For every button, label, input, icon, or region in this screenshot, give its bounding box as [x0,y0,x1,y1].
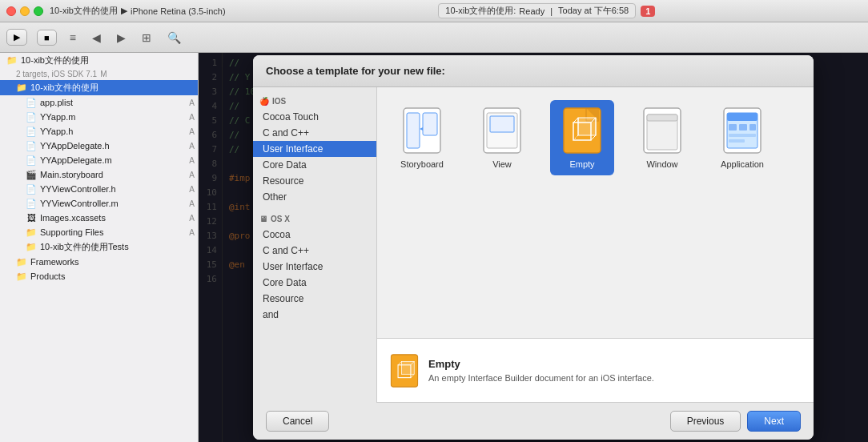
file-icon-view[interactable]: View [470,100,534,175]
desc-icon [390,353,419,388]
previous-button[interactable]: Previous [670,411,741,432]
sidebar-item-tests[interactable]: 📁 10-xib文件的使用Tests [0,239,198,255]
sidebar-item-yyappdelegateh[interactable]: 📄 YYAppDelegate.h A [0,139,198,153]
stop-button[interactable]: ■ [37,30,57,46]
modal-item-osx-resource[interactable]: Resource [253,291,376,307]
toolbar: ▶ ■ ≡ ◀ ▶ ⊞ 🔍 [0,22,868,53]
main-layout: 📁 10-xib文件的使用 2 targets, iOS SDK 7.1 M 📁… [0,53,868,442]
sidebar-item-mainstoryboard[interactable]: 🎬 Main.storyboard A [0,167,198,182]
run-button[interactable]: ▶ [6,29,27,46]
sidebar-project-root[interactable]: 📁 10-xib文件的使用 [0,53,198,68]
storyboard-file-icon [402,106,442,155]
svg-rect-28 [749,124,756,131]
modal-title: Choose a template for your new file: [266,65,801,77]
svg-rect-36 [401,361,414,374]
empty-label: Empty [569,159,594,169]
svg-rect-22 [647,115,677,121]
apple-icon: 🍎 [259,97,269,106]
sidebar-group-label: 10-xib文件的使用 [30,82,195,94]
desc-body: An empty Interface Builder document for … [428,373,801,383]
cancel-button[interactable]: Cancel [266,411,329,432]
h-file-icon: 📄 [26,126,37,137]
empty-file-icon [562,106,602,155]
svg-rect-26 [729,124,737,131]
modal-item-user-interface[interactable]: User Interface [253,141,376,157]
svg-rect-29 [729,134,756,137]
storyboard-icon: 🎬 [26,169,37,180]
file-icon-empty[interactable]: Empty [550,100,614,175]
minimize-button[interactable] [20,6,30,16]
modal-item-osx-c-cpp[interactable]: C and C++ [253,243,376,259]
next-button[interactable]: Next [747,411,801,432]
modal-item-resource[interactable]: Resource [253,173,376,189]
modal-sidebar: 🍎 iOS Cocoa Touch C and C++ User Interfa… [253,87,377,403]
modal-content: Storyboard [377,87,814,403]
window-file-icon [642,106,682,155]
m-file-icon: 📄 [26,111,37,123]
sidebar-item-yyapph[interactable]: 📄 YYapp.h A [0,124,198,139]
file-icon-storyboard[interactable]: Storyboard [390,100,454,175]
editor-area: 1 2 3 4 5 6 7 8 9 10 11 12 13 14 15 16 /… [199,53,868,442]
modal-section-ios: 🍎 iOS [253,94,376,109]
modal-header: Choose a template for your new file: [253,55,814,87]
h-file-icon3: 📄 [26,183,37,195]
modal-section-osx: 🖥 OS X [253,211,376,227]
desc-title: Empty [428,358,801,370]
sidebar-item-images[interactable]: 🖼 Images.xcassets A [0,211,198,225]
sidebar-project-label: 10-xib文件的使用 [21,54,195,66]
sidebar-item-products[interactable]: 📁 Products [0,269,198,283]
modal-item-core-data[interactable]: Core Data [253,157,376,173]
breadcrumb-device[interactable]: iPhone Retina (3.5-inch) [131,6,226,16]
svg-rect-30 [729,139,745,143]
title-bar-center: 10-xib文件的使用: Ready | Today at 下午6:58 1 [232,3,862,18]
sidebar-item-yyviewcontrollerh[interactable]: 📄 YYViewController.h A [0,182,198,196]
breadcrumb: 10-xib文件的使用 ▶ iPhone Retina (3.5-inch) [50,5,226,17]
folder-icon: 📁 [16,82,27,94]
desc-text: Empty An empty Interface Builder documen… [428,358,801,383]
modal-item-other[interactable]: Other [253,189,376,205]
supporting-folder-icon: 📁 [26,227,37,238]
title-bar: 10-xib文件的使用 ▶ iPhone Retina (3.5-inch) 1… [0,0,868,22]
sidebar-meta: 2 targets, iOS SDK 7.1 M [0,68,198,80]
sidebar-item-yyviewcontrollerm[interactable]: 📄 YYViewController.m A [0,196,198,211]
modal-item-c-cpp[interactable]: C and C++ [253,125,376,141]
nav-back-button[interactable]: ◀ [89,30,104,46]
sidebar-item-yyappdelegatem[interactable]: 📄 YYAppDelegate.m A [0,153,198,167]
h-file-icon2: 📄 [26,140,37,151]
modal-item-osx-user-interface[interactable]: User Interface [253,259,376,275]
application-label: Application [721,159,764,169]
svg-rect-25 [727,113,757,121]
sidebar-item-frameworks[interactable]: 📁 Frameworks [0,255,198,269]
sidebar-item-supporting[interactable]: 📁 Supporting Files A [0,225,198,239]
modal-item-osx-other[interactable]: and [253,307,376,323]
nav-buttons: Previous Next [670,411,801,432]
svg-rect-1 [407,113,420,148]
modal-icons-grid: Storyboard [377,87,814,339]
osx-icon: 🖥 [259,215,267,223]
close-button[interactable] [6,6,16,16]
scheme-button[interactable]: ≡ [66,30,79,46]
search-button[interactable]: 🔍 [164,30,184,46]
window-label: Window [646,159,677,169]
view-file-icon [482,106,522,155]
application-file-icon [722,106,762,155]
svg-rect-27 [739,124,747,131]
xcassets-icon: 🖼 [26,212,37,223]
file-icon-window[interactable]: Window [630,100,694,175]
status-title: 10-xib文件的使用: [445,5,516,17]
modal-item-osx-core-data[interactable]: Core Data [253,275,376,291]
maximize-button[interactable] [34,6,43,16]
file-icon-application[interactable]: Application [710,100,774,175]
products-icon: 📁 [16,271,27,282]
modal-item-cocoa[interactable]: Cocoa [253,227,376,243]
sidebar-group-root[interactable]: 📁 10-xib文件的使用 [0,80,198,95]
view-grid-button[interactable]: ⊞ [139,30,155,46]
sidebar-item-appplist[interactable]: 📄 app.plist A [0,95,198,110]
sidebar-item-yyappm[interactable]: 📄 YYapp.m A [0,110,198,124]
frameworks-icon: 📁 [16,256,27,267]
nav-forward-button[interactable]: ▶ [114,30,129,46]
tests-folder-icon: 📁 [26,242,37,253]
modal-item-cocoa-touch[interactable]: Cocoa Touch [253,109,376,125]
breadcrumb-project[interactable]: 10-xib文件的使用 [50,5,118,17]
m-file-icon2: 📄 [26,155,37,166]
